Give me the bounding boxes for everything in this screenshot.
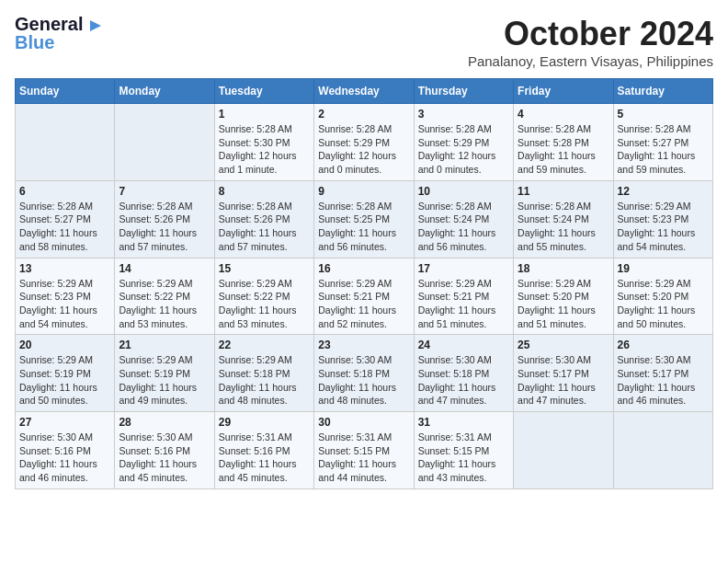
day-info: Sunrise: 5:28 AM Sunset: 5:24 PM Dayligh…	[418, 200, 509, 254]
calendar-empty-cell	[514, 412, 613, 489]
calendar-day-cell: 20Sunrise: 5:29 AM Sunset: 5:19 PM Dayli…	[16, 335, 115, 412]
day-info: Sunrise: 5:28 AM Sunset: 5:29 PM Dayligh…	[318, 122, 409, 177]
day-info: Sunrise: 5:28 AM Sunset: 5:25 PM Dayligh…	[318, 200, 409, 254]
calendar-day-cell: 25Sunrise: 5:30 AM Sunset: 5:17 PM Dayli…	[514, 335, 613, 412]
calendar-day-cell: 12Sunrise: 5:29 AM Sunset: 5:23 PM Dayli…	[613, 180, 712, 258]
day-info: Sunrise: 5:30 AM Sunset: 5:18 PM Dayligh…	[418, 353, 509, 408]
day-number: 5	[618, 108, 709, 121]
weekday-header-monday: Monday	[115, 79, 214, 104]
day-info: Sunrise: 5:29 AM Sunset: 5:21 PM Dayligh…	[418, 277, 509, 331]
month-title: October 2024	[468, 15, 713, 53]
day-number: 18	[518, 262, 609, 275]
calendar-day-cell: 8Sunrise: 5:28 AM Sunset: 5:26 PM Daylig…	[214, 180, 313, 258]
day-info: Sunrise: 5:29 AM Sunset: 5:23 PM Dayligh…	[618, 200, 709, 254]
calendar-day-cell: 26Sunrise: 5:30 AM Sunset: 5:17 PM Dayli…	[613, 335, 712, 412]
day-info: Sunrise: 5:28 AM Sunset: 5:24 PM Dayligh…	[518, 200, 609, 254]
day-number: 2	[318, 108, 409, 121]
title-block: October 2024 Panalanoy, Eastern Visayas,…	[468, 15, 713, 69]
day-number: 10	[418, 185, 509, 198]
day-number: 14	[119, 262, 210, 275]
day-number: 11	[518, 185, 609, 198]
calendar-day-cell: 15Sunrise: 5:29 AM Sunset: 5:22 PM Dayli…	[214, 258, 313, 335]
calendar-day-cell: 30Sunrise: 5:31 AM Sunset: 5:15 PM Dayli…	[314, 412, 414, 489]
calendar-day-cell: 17Sunrise: 5:29 AM Sunset: 5:21 PM Dayli…	[414, 258, 513, 335]
calendar-day-cell: 23Sunrise: 5:30 AM Sunset: 5:18 PM Dayli…	[314, 335, 414, 412]
day-number: 30	[318, 416, 409, 429]
calendar-day-cell: 10Sunrise: 5:28 AM Sunset: 5:24 PM Dayli…	[414, 180, 513, 258]
calendar-week-row: 20Sunrise: 5:29 AM Sunset: 5:19 PM Dayli…	[16, 335, 713, 412]
day-number: 8	[219, 185, 310, 198]
calendar-day-cell: 18Sunrise: 5:29 AM Sunset: 5:20 PM Dayli…	[514, 258, 613, 335]
day-info: Sunrise: 5:29 AM Sunset: 5:21 PM Dayligh…	[318, 277, 409, 331]
calendar-day-cell: 19Sunrise: 5:29 AM Sunset: 5:20 PM Dayli…	[613, 258, 712, 335]
weekday-header-wednesday: Wednesday	[314, 79, 414, 104]
day-info: Sunrise: 5:28 AM Sunset: 5:26 PM Dayligh…	[219, 200, 310, 254]
weekday-header-tuesday: Tuesday	[214, 79, 313, 104]
day-info: Sunrise: 5:28 AM Sunset: 5:26 PM Dayligh…	[119, 200, 210, 254]
day-number: 4	[518, 108, 609, 121]
day-number: 13	[19, 262, 110, 275]
calendar-day-cell: 6Sunrise: 5:28 AM Sunset: 5:27 PM Daylig…	[16, 180, 115, 258]
day-info: Sunrise: 5:28 AM Sunset: 5:30 PM Dayligh…	[219, 122, 310, 177]
day-info: Sunrise: 5:28 AM Sunset: 5:28 PM Dayligh…	[518, 122, 609, 177]
calendar-day-cell: 4Sunrise: 5:28 AM Sunset: 5:28 PM Daylig…	[514, 104, 613, 181]
calendar-week-row: 1Sunrise: 5:28 AM Sunset: 5:30 PM Daylig…	[16, 104, 713, 181]
day-info: Sunrise: 5:29 AM Sunset: 5:23 PM Dayligh…	[19, 277, 110, 331]
calendar-day-cell: 21Sunrise: 5:29 AM Sunset: 5:19 PM Dayli…	[115, 335, 214, 412]
calendar-day-cell: 28Sunrise: 5:30 AM Sunset: 5:16 PM Dayli…	[115, 412, 214, 489]
logo-icon	[88, 18, 103, 33]
day-info: Sunrise: 5:29 AM Sunset: 5:19 PM Dayligh…	[19, 353, 110, 408]
day-number: 19	[618, 262, 709, 275]
calendar-day-cell: 16Sunrise: 5:29 AM Sunset: 5:21 PM Dayli…	[314, 258, 414, 335]
day-number: 7	[119, 185, 210, 198]
calendar-week-row: 13Sunrise: 5:29 AM Sunset: 5:23 PM Dayli…	[16, 258, 713, 335]
day-number: 17	[418, 262, 509, 275]
svg-marker-0	[90, 20, 101, 31]
day-info: Sunrise: 5:28 AM Sunset: 5:29 PM Dayligh…	[418, 122, 509, 177]
day-info: Sunrise: 5:30 AM Sunset: 5:16 PM Dayligh…	[119, 431, 210, 485]
calendar-day-cell: 11Sunrise: 5:28 AM Sunset: 5:24 PM Dayli…	[514, 180, 613, 258]
calendar-day-cell: 22Sunrise: 5:29 AM Sunset: 5:18 PM Dayli…	[214, 335, 313, 412]
day-info: Sunrise: 5:30 AM Sunset: 5:18 PM Dayligh…	[318, 353, 409, 408]
calendar-day-cell: 7Sunrise: 5:28 AM Sunset: 5:26 PM Daylig…	[115, 180, 214, 258]
day-number: 9	[318, 185, 409, 198]
calendar-day-cell: 31Sunrise: 5:31 AM Sunset: 5:15 PM Dayli…	[414, 412, 513, 489]
calendar-day-cell: 29Sunrise: 5:31 AM Sunset: 5:16 PM Dayli…	[214, 412, 313, 489]
calendar-day-cell: 5Sunrise: 5:28 AM Sunset: 5:27 PM Daylig…	[613, 104, 712, 181]
day-number: 1	[219, 108, 310, 121]
calendar-day-cell: 2Sunrise: 5:28 AM Sunset: 5:29 PM Daylig…	[314, 104, 414, 181]
calendar-day-cell: 24Sunrise: 5:30 AM Sunset: 5:18 PM Dayli…	[414, 335, 513, 412]
calendar-empty-cell	[613, 412, 712, 489]
weekday-header-friday: Friday	[514, 79, 613, 104]
logo-blue: Blue	[15, 33, 54, 52]
day-info: Sunrise: 5:29 AM Sunset: 5:20 PM Dayligh…	[518, 277, 609, 331]
calendar-day-cell: 14Sunrise: 5:29 AM Sunset: 5:22 PM Dayli…	[115, 258, 214, 335]
day-number: 27	[19, 416, 110, 429]
day-number: 25	[518, 339, 609, 351]
day-number: 22	[219, 339, 310, 351]
calendar-day-cell: 1Sunrise: 5:28 AM Sunset: 5:30 PM Daylig…	[214, 104, 313, 181]
day-info: Sunrise: 5:30 AM Sunset: 5:17 PM Dayligh…	[518, 353, 609, 408]
page-header: General Blue October 2024 Panalanoy, Eas…	[15, 15, 713, 69]
logo: General Blue	[15, 15, 103, 52]
calendar-day-cell: 27Sunrise: 5:30 AM Sunset: 5:16 PM Dayli…	[16, 412, 115, 489]
calendar-day-cell: 9Sunrise: 5:28 AM Sunset: 5:25 PM Daylig…	[314, 180, 414, 258]
day-info: Sunrise: 5:29 AM Sunset: 5:22 PM Dayligh…	[219, 277, 310, 331]
day-number: 6	[19, 185, 110, 198]
day-number: 21	[119, 339, 210, 351]
day-info: Sunrise: 5:30 AM Sunset: 5:17 PM Dayligh…	[618, 353, 709, 408]
day-info: Sunrise: 5:29 AM Sunset: 5:18 PM Dayligh…	[219, 353, 310, 408]
calendar-day-cell: 3Sunrise: 5:28 AM Sunset: 5:29 PM Daylig…	[414, 104, 513, 181]
day-number: 12	[618, 185, 709, 198]
day-number: 20	[19, 339, 110, 351]
calendar-day-cell: 13Sunrise: 5:29 AM Sunset: 5:23 PM Dayli…	[16, 258, 115, 335]
calendar-week-row: 6Sunrise: 5:28 AM Sunset: 5:27 PM Daylig…	[16, 180, 713, 258]
day-number: 15	[219, 262, 310, 275]
weekday-header-thursday: Thursday	[414, 79, 513, 104]
day-number: 24	[418, 339, 509, 351]
weekday-header-sunday: Sunday	[16, 79, 115, 104]
day-info: Sunrise: 5:31 AM Sunset: 5:16 PM Dayligh…	[219, 431, 310, 485]
calendar-empty-cell	[115, 104, 214, 181]
day-number: 26	[618, 339, 709, 351]
day-info: Sunrise: 5:31 AM Sunset: 5:15 PM Dayligh…	[318, 431, 409, 485]
